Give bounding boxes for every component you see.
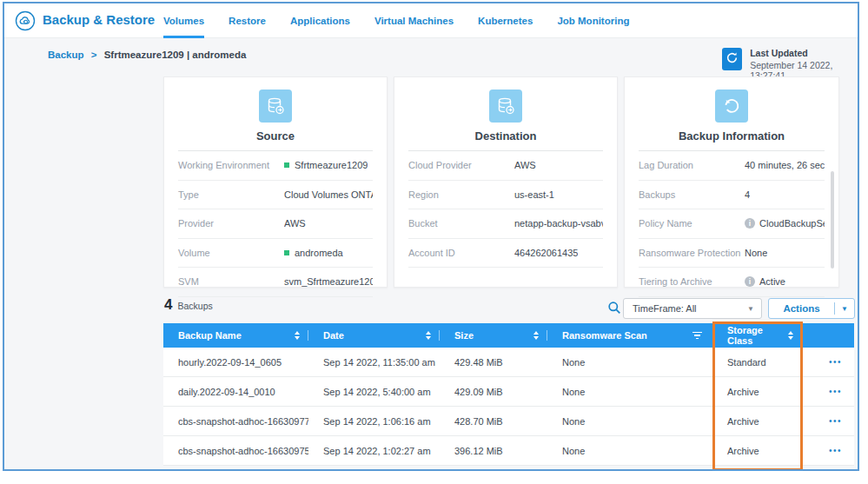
search-button[interactable] xyxy=(606,300,623,317)
actions-button-label: Actions xyxy=(769,303,834,314)
backup-information-card: Backup Information Lag Duration 40 minut… xyxy=(624,76,839,288)
tab-restore[interactable]: Restore xyxy=(229,3,266,38)
breadcrumb-current: Sfrtmeazure1209 | andromeda xyxy=(104,50,247,60)
field-label: Working Environment xyxy=(178,160,284,170)
summary-cards: Source Working Environment Sfrtmeazure12… xyxy=(163,76,839,288)
destination-row-region: Region us-east-1 xyxy=(408,181,603,210)
cell-date: Sep 14 2022, 1:06:16 am xyxy=(308,416,440,427)
backup-information-card-rows: Lag Duration 40 minutes, 26 seconds... B… xyxy=(625,151,838,297)
source-row-svm: SVM svm_Sfrtmeazure1209 xyxy=(178,268,373,297)
sort-arrows-icon[interactable] xyxy=(426,331,431,340)
backups-count-label: Backups xyxy=(177,301,212,311)
backup-info-row-lag-duration: Lag Duration 40 minutes, 26 seconds... xyxy=(639,151,825,181)
refresh-button[interactable] xyxy=(722,48,742,70)
field-value: 40 minutes, 26 seconds... xyxy=(745,160,825,170)
cell-storage-class: Archive xyxy=(712,446,802,456)
field-label: SVM xyxy=(178,276,284,287)
tab-volumes[interactable]: Volumes xyxy=(163,3,204,38)
app-frame: Backup & Restore Volumes Restore Applica… xyxy=(3,2,859,471)
cell-storage-class: Standard xyxy=(712,357,802,368)
sort-arrows-icon[interactable] xyxy=(788,331,793,340)
column-header-label: Backup Name xyxy=(178,330,242,341)
field-value: None xyxy=(745,248,767,258)
source-row-type: Type Cloud Volumes ONTAP xyxy=(178,181,373,210)
cell-backup-name: daily.2022-09-14_0010 xyxy=(163,387,308,397)
table-row[interactable]: cbs-snapshot-adhoc-1663097776861 Sep 14 … xyxy=(163,407,854,436)
sort-arrows-icon[interactable] xyxy=(533,331,539,340)
column-header-storage-class[interactable]: Storage Class xyxy=(712,323,802,348)
cell-ransomware-scan: None xyxy=(547,387,712,397)
last-updated-label: Last Updated xyxy=(750,48,858,58)
ellipsis-icon[interactable]: ••• xyxy=(802,416,854,426)
info-icon[interactable]: i xyxy=(745,218,755,229)
field-value: AWS xyxy=(284,218,306,229)
destination-card-title: Destination xyxy=(394,129,617,143)
backups-count: 4 Backups xyxy=(164,296,213,314)
source-row-working-environment: Working Environment Sfrtmeazure1209 xyxy=(178,151,373,181)
search-icon xyxy=(607,304,621,317)
column-header-label: Date xyxy=(323,330,344,341)
timeframe-value: TimeFrame: All xyxy=(633,303,697,314)
field-value: iActive xyxy=(745,276,785,287)
column-header-size[interactable]: Size xyxy=(440,323,547,348)
breadcrumb-backup-link[interactable]: Backup xyxy=(48,50,84,60)
tab-applications[interactable]: Applications xyxy=(290,3,350,38)
column-header-label: Ransomware Scan xyxy=(562,330,647,341)
ellipsis-icon[interactable]: ••• xyxy=(802,387,854,396)
tab-kubernetes[interactable]: Kubernetes xyxy=(478,3,533,38)
cell-size: 429.48 MiB xyxy=(440,357,547,368)
source-row-volume: Volume andromeda xyxy=(178,239,373,269)
field-label: Bucket xyxy=(408,218,514,229)
cell-date: Sep 14 2022, 1:02:27 am xyxy=(308,446,440,456)
field-label: Lag Duration xyxy=(639,160,745,170)
column-header-date[interactable]: Date xyxy=(308,323,440,348)
app-window: Backup & Restore Volumes Restore Applica… xyxy=(0,0,868,484)
destination-row-account-id: Account ID 464262061435 xyxy=(408,239,603,269)
tab-virtual-machines[interactable]: Virtual Machines xyxy=(374,3,454,38)
cell-ransomware-scan: None xyxy=(547,416,712,427)
table-row[interactable]: cbs-snapshot-adhoc-1663097547296 Sep 14 … xyxy=(163,436,854,466)
column-header-ransomware-scan[interactable]: Ransomware Scan xyxy=(547,323,712,348)
status-green-dot-icon xyxy=(284,250,289,255)
filter-icon[interactable] xyxy=(692,332,702,340)
field-value: netapp-backup-vsabvw... xyxy=(514,218,603,229)
timeframe-dropdown[interactable]: TimeFrame: All ▼ xyxy=(623,298,762,319)
field-value: Sfrtmeazure1209 xyxy=(284,160,368,170)
source-row-provider: Provider AWS xyxy=(178,209,373,239)
backups-count-number: 4 xyxy=(164,296,172,314)
cell-ransomware-scan: None xyxy=(547,446,712,456)
field-label: Tiering to Archive xyxy=(639,276,745,287)
cell-size: 429.09 MiB xyxy=(440,387,547,397)
source-card-rows: Working Environment Sfrtmeazure1209 Type… xyxy=(164,151,387,297)
field-value: svm_Sfrtmeazure1209 xyxy=(284,276,373,287)
table-row[interactable]: hourly.2022-09-14_0605 Sep 14 2022, 11:3… xyxy=(163,348,854,377)
field-value: 464262061435 xyxy=(514,248,578,258)
chevron-down-icon: ▼ xyxy=(835,305,854,313)
cell-backup-name: cbs-snapshot-adhoc-1663097776861 xyxy=(163,416,308,427)
card-scrollbar[interactable] xyxy=(831,171,834,269)
ellipsis-icon[interactable]: ••• xyxy=(802,357,854,367)
database-arrow-icon xyxy=(489,90,522,123)
column-header-backup-name[interactable]: Backup Name xyxy=(163,323,308,348)
cell-storage-class: Archive xyxy=(712,416,802,427)
tab-job-monitoring[interactable]: Job Monitoring xyxy=(557,3,629,38)
field-label: Type xyxy=(178,189,284,200)
field-value: us-east-1 xyxy=(514,189,554,200)
cell-backup-name: cbs-snapshot-adhoc-1663097547296 xyxy=(163,446,308,456)
destination-row-bucket: Bucket netapp-backup-vsabvw... xyxy=(408,209,603,239)
nav-tabs: Volumes Restore Applications Virtual Mac… xyxy=(163,3,629,38)
sort-arrows-icon[interactable] xyxy=(295,331,300,340)
ellipsis-icon[interactable]: ••• xyxy=(802,446,854,455)
app-title: Backup & Restore xyxy=(43,12,155,27)
field-label: Cloud Provider xyxy=(408,160,514,170)
breadcrumb: Backup > Sfrtmeazure1209 | andromeda xyxy=(48,50,246,60)
field-label: Account ID xyxy=(408,248,514,258)
info-icon[interactable]: i xyxy=(745,276,755,287)
field-label: Region xyxy=(408,189,514,200)
cell-date: Sep 14 2022, 11:35:00 am xyxy=(308,357,440,368)
destination-card: Destination Cloud Provider AWS Region us… xyxy=(394,76,618,288)
cell-size: 428.70 MiB xyxy=(440,416,547,427)
table-row[interactable]: daily.2022-09-14_0010 Sep 14 2022, 5:40:… xyxy=(163,377,854,407)
backup-info-row-policy-name: Policy Name iCloudBackupService... xyxy=(639,209,825,239)
actions-button[interactable]: Actions ▼ xyxy=(768,298,855,319)
